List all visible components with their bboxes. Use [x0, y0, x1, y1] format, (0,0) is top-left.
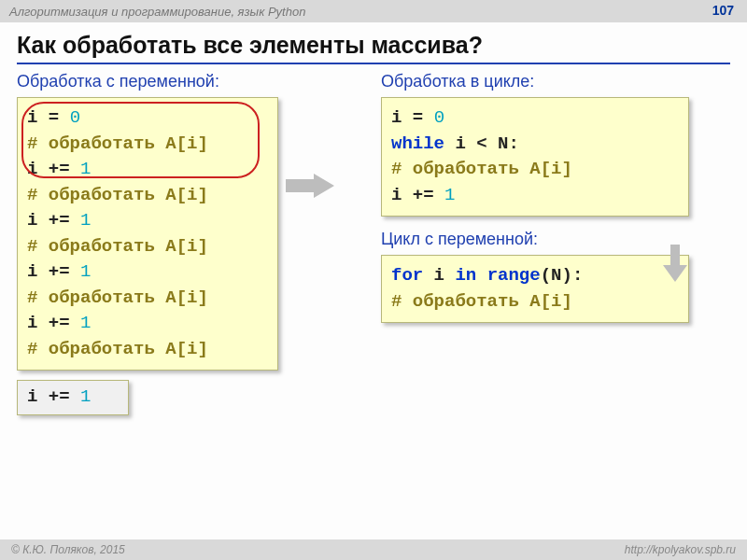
left-extra-codebox: i += 1 [17, 380, 129, 415]
code-body: i += 1 [27, 385, 119, 411]
code-body: for i in range(N): # обработать A[i] [391, 263, 679, 315]
right-subhead-1: Обработка в цикле: [381, 72, 730, 91]
code-body: i = 0while i < N: # обработать A[i] i +=… [391, 105, 679, 208]
course-title: Алгоритмизация и программирование, язык … [9, 5, 305, 19]
left-column: Обработка с переменной: i = 0# обработат… [17, 72, 353, 425]
left-codebox: i = 0# обработать A[i]i += 1# обработать… [17, 97, 278, 371]
footer-url: http://kpolyakov.spb.ru [625, 543, 736, 556]
arrow-right-icon [286, 174, 334, 198]
right-codebox-1: i = 0while i < N: # обработать A[i] i +=… [381, 97, 689, 217]
slide-footer: © К.Ю. Поляков, 2015 http://kpolyakov.sp… [0, 539, 747, 560]
left-subhead: Обработка с переменной: [17, 72, 353, 91]
slide-content: Как обработать все элементы массива? Обр… [0, 22, 747, 425]
copyright: © К.Ю. Поляков, 2015 [11, 543, 125, 556]
svg-marker-0 [286, 174, 334, 198]
slide-title: Как обработать все элементы массива? [17, 32, 730, 64]
page-number: 107 [712, 3, 734, 18]
right-codebox-2: for i in range(N): # обработать A[i] [381, 255, 689, 323]
columns: Обработка с переменной: i = 0# обработат… [17, 72, 730, 425]
slide-header: Алгоритмизация и программирование, язык … [0, 0, 747, 22]
arrow-down-icon [663, 245, 687, 282]
code-body: i = 0# обработать A[i]i += 1# обработать… [27, 105, 268, 362]
svg-marker-1 [663, 245, 687, 282]
